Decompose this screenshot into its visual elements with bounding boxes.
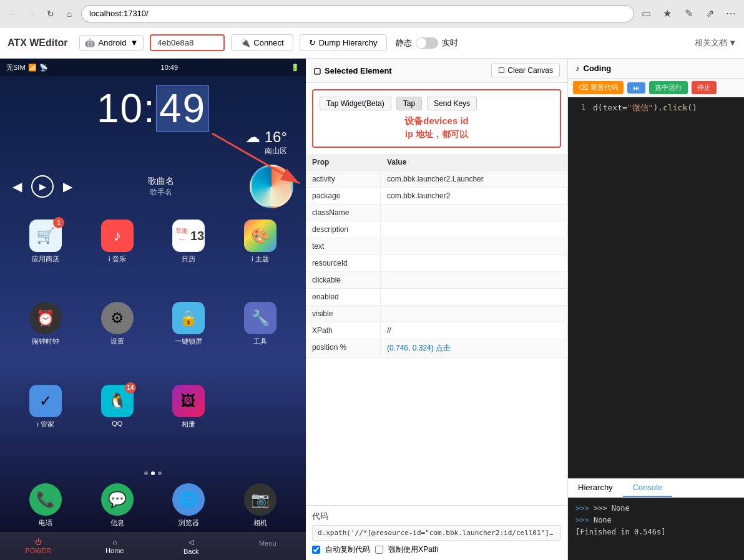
stop-label: 停止 bbox=[697, 84, 711, 91]
inspector-title: ▢ Selected Element bbox=[313, 66, 392, 75]
annotation-title: 设备devices id bbox=[320, 115, 554, 127]
nav-home[interactable]: ⌂ Home bbox=[77, 533, 154, 560]
click-link[interactable]: 点击 bbox=[436, 344, 451, 352]
clear-canvas-button[interactable]: ☐ Clear Canvas bbox=[491, 64, 560, 77]
auto-copy-label: 自动复制代码 bbox=[325, 544, 370, 555]
prop-key-resourceid: resourceId bbox=[306, 255, 381, 271]
mode-toggle-group: 静态 实时 bbox=[396, 37, 458, 49]
app-icon-symbol: ✓ bbox=[39, 392, 52, 410]
line-number: 1 bbox=[573, 102, 585, 112]
prop-key-xpath: XPath bbox=[306, 322, 381, 339]
address-bar[interactable] bbox=[81, 5, 634, 22]
more-icon[interactable]: ⋯ bbox=[724, 7, 738, 21]
app-icon-messages[interactable]: 💬 信息 bbox=[84, 483, 151, 528]
coding-title: Coding bbox=[584, 64, 612, 73]
app-icon-tools[interactable]: 🔧 工具 bbox=[227, 302, 294, 379]
app-toolbar: ATX WEditor 🤖 Android ▼ 🔌 Connect ↻ Dump… bbox=[0, 27, 744, 59]
app-icon-browser[interactable]: 🌐 浏览器 bbox=[155, 483, 222, 528]
auto-copy-checkbox[interactable] bbox=[312, 546, 320, 554]
app-icon-symbol: 🌐 bbox=[179, 491, 198, 508]
extensions-icon[interactable]: ✎ bbox=[682, 7, 695, 21]
app-icon-qq[interactable]: 🐧 14 QQ bbox=[84, 385, 151, 462]
step-button[interactable]: ⏭ bbox=[627, 82, 645, 94]
prop-value-classname bbox=[381, 205, 567, 221]
device-id-input[interactable] bbox=[150, 34, 225, 51]
app-label: 设置 bbox=[110, 337, 124, 346]
mode-toggle[interactable] bbox=[416, 37, 438, 49]
line-numbers: 1 bbox=[573, 102, 585, 473]
prop-header-key: Prop bbox=[306, 154, 381, 170]
sim-label: 无SIM bbox=[6, 63, 26, 72]
bottom-tabs: Hierarchy Console bbox=[568, 479, 744, 498]
app-icon-settings[interactable]: ⚙ 设置 bbox=[84, 302, 151, 379]
bookmark-icon[interactable]: ★ bbox=[660, 7, 674, 21]
dump-label: Dump Hierarchy bbox=[319, 38, 378, 47]
prop-value-description bbox=[381, 221, 567, 238]
connect-button[interactable]: 🔌 Connect bbox=[231, 34, 293, 51]
app-icon-placeholder[interactable]: 🖼 相册 bbox=[155, 385, 222, 462]
wifi-icon: 📡 bbox=[39, 64, 48, 72]
send-keys-tab[interactable]: Send Keys bbox=[427, 97, 477, 110]
tab-console[interactable]: Console bbox=[623, 479, 673, 497]
table-row: description bbox=[306, 221, 567, 238]
forward-button[interactable]: → bbox=[25, 7, 39, 21]
app-icon-phone[interactable]: 📞 电话 bbox=[12, 483, 79, 528]
play-button[interactable]: ▶ bbox=[31, 175, 54, 198]
prev-icon[interactable]: ◀ bbox=[12, 179, 22, 194]
console-output: >>> >>> None >>> None [Finished in 0.546… bbox=[568, 498, 744, 560]
phone-panel: 无SIM 📶 📡 10:49 🔋 10:49 ☁ 16° 南山区 bbox=[0, 59, 306, 560]
app-icon-calendar[interactable]: 早期一 13 日历 bbox=[155, 220, 222, 297]
share-icon[interactable]: ⇗ bbox=[703, 7, 717, 21]
code-editor-area[interactable]: 1 d(text="微信").click() bbox=[568, 97, 744, 478]
app-icon-clock[interactable]: ⏰ 闹钟时钟 bbox=[12, 302, 79, 379]
app-title: ATX WEditor bbox=[7, 37, 68, 49]
app-label: 电话 bbox=[39, 518, 52, 528]
music-album-art[interactable] bbox=[250, 165, 293, 208]
app-label: 相机 bbox=[253, 518, 267, 528]
tap-tab[interactable]: Tap bbox=[396, 97, 422, 110]
connect-label: Connect bbox=[253, 38, 283, 47]
app-icon-camera[interactable]: 📷 相机 bbox=[227, 483, 294, 528]
app-icon-theme[interactable]: 🎨 i 主题 bbox=[227, 220, 294, 297]
table-row: activity com.bbk.launcher2.Launcher bbox=[306, 171, 567, 188]
table-row: visible bbox=[306, 306, 567, 322]
reset-code-button[interactable]: ⌫ 重置代码 bbox=[573, 81, 624, 94]
app-icon-yingyongshangdian[interactable]: 🛒 1 应用商店 bbox=[12, 220, 79, 297]
prop-value-position[interactable]: (0.746, 0.324) 点击 bbox=[381, 339, 567, 357]
tab-manager-icon[interactable]: ▭ bbox=[639, 7, 653, 21]
table-row: XPath // bbox=[306, 322, 567, 339]
prop-key-package: package bbox=[306, 188, 381, 204]
app-icon-iguanjia[interactable]: ✓ i 管家 bbox=[12, 385, 79, 462]
home-button[interactable]: ⌂ bbox=[62, 7, 76, 21]
run-selected-button[interactable]: 选中运行 bbox=[649, 81, 688, 94]
refresh-button[interactable]: ↻ bbox=[44, 7, 57, 21]
table-row: className bbox=[306, 205, 567, 221]
phone-screen[interactable]: 无SIM 📶 📡 10:49 🔋 10:49 ☁ 16° 南山区 bbox=[0, 59, 306, 560]
nav-menu[interactable]: Menu bbox=[230, 533, 306, 560]
console-finished: [Finished in 0.546s] bbox=[575, 526, 737, 538]
nav-power[interactable]: ⏻ POWER bbox=[0, 533, 77, 560]
toggle-thumb bbox=[416, 38, 426, 48]
platform-chevron-icon: ▼ bbox=[130, 38, 138, 47]
nav-back[interactable]: ◁ Back bbox=[153, 533, 230, 560]
next-icon[interactable]: ▶ bbox=[63, 179, 72, 194]
table-row: resourceId bbox=[306, 255, 567, 272]
platform-label: Android bbox=[99, 38, 127, 47]
back-button[interactable]: ← bbox=[6, 7, 20, 21]
app-icon-lockscreen[interactable]: 🔒 一键锁屏 bbox=[155, 302, 222, 379]
nav-label: Home bbox=[105, 547, 124, 554]
app-icon-music[interactable]: ♪ i 音乐 bbox=[84, 220, 151, 297]
force-xpath-checkbox[interactable] bbox=[375, 546, 383, 554]
platform-selector[interactable]: 🤖 Android ▼ bbox=[79, 35, 144, 51]
code-content[interactable]: d(text="微信").click() bbox=[593, 102, 739, 473]
static-label: 静态 bbox=[396, 37, 412, 49]
console-line: >>> >>> None bbox=[575, 503, 737, 514]
dump-icon: ↻ bbox=[309, 38, 316, 47]
console-line: >>> None bbox=[575, 514, 737, 526]
tap-widget-tab[interactable]: Tap Widget(Beta) bbox=[320, 97, 391, 110]
tab-hierarchy[interactable]: Hierarchy bbox=[568, 479, 623, 497]
stop-button[interactable]: 停止 bbox=[692, 81, 717, 94]
dump-hierarchy-button[interactable]: ↻ Dump Hierarchy bbox=[300, 34, 387, 51]
doc-link[interactable]: 相关文档 ▼ bbox=[695, 37, 737, 49]
prop-key-classname: className bbox=[306, 205, 381, 221]
